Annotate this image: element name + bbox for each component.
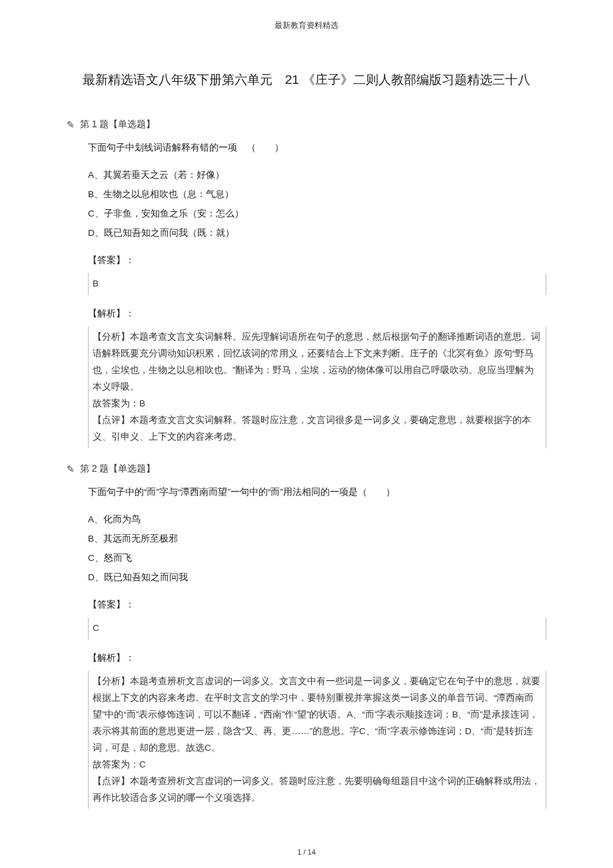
question-2-options: A、化而为鸟 B、其远而无所至极邪 C、怒而飞 D、既已知吾知之而问我 bbox=[88, 510, 546, 586]
answer-box: C bbox=[88, 618, 546, 640]
page-header: 最新教育资料精选 bbox=[67, 20, 546, 31]
question-2-header: ✎ 第 2 题【单选题】 bbox=[67, 463, 546, 475]
option-a: A、化而为鸟 bbox=[88, 510, 546, 528]
option-b: B、其远而无所至极邪 bbox=[88, 530, 546, 548]
question-1-number: 第 1 题【单选题】 bbox=[80, 119, 156, 129]
analysis-label: 【解析】： bbox=[88, 649, 546, 667]
question-2-number: 第 2 题【单选题】 bbox=[80, 463, 156, 474]
document-title: 最新精选语文八年级下册第六单元 21 《庄子》二则人教部编版习题精选三十八 bbox=[67, 71, 546, 89]
answer-label: 【答案】： bbox=[88, 596, 546, 614]
analysis-p2: 【点评】本题考查文言文实词解释。答题时应注意，文言词很多是一词多义，要确定意思，… bbox=[93, 412, 542, 446]
answer-value: B bbox=[93, 278, 99, 288]
pencil-icon: ✎ bbox=[67, 464, 75, 474]
option-a: A、其翼若垂天之云（若：好像） bbox=[88, 166, 546, 184]
option-c: C、怒而飞 bbox=[88, 549, 546, 567]
analysis-p1: 【分析】本题考查辨析文言虚词的一词多义。文言文中有一些词是一词多义，要确定它在句… bbox=[93, 673, 542, 757]
page-number: 1 / 14 bbox=[0, 848, 613, 856]
pencil-icon: ✎ bbox=[67, 119, 75, 130]
option-c: C、子非鱼，安知鱼之乐（安：怎么） bbox=[88, 205, 546, 222]
question-1-stem: 下面句子中划线词语解释有错的一项 （ ） bbox=[88, 139, 546, 157]
option-d: D、既已知吾知之而问我 bbox=[88, 568, 546, 586]
option-b: B、生物之以息相吹也（息：气息） bbox=[88, 185, 546, 203]
analysis-p2: 【点评】本题考查辨析文言虚词的一词多义。答题时应注意，先要明确每组题目中这个词的… bbox=[93, 773, 542, 807]
answer-value: C bbox=[93, 623, 99, 633]
analysis-p1: 【分析】本题考查文言文实词解释。应先理解词语所在句子的意思，然后根据句子的翻译推… bbox=[93, 329, 542, 396]
question-1-options: A、其翼若垂天之云（若：好像） B、生物之以息相吹也（息：气息） C、子非鱼，安… bbox=[88, 166, 546, 242]
analysis-box: 【分析】本题考查辨析文言虚词的一词多义。文言文中有一些词是一词多义，要确定它在句… bbox=[88, 671, 546, 809]
question-1-header: ✎ 第 1 题【单选题】 bbox=[67, 119, 546, 131]
analysis-ans: 故答案为：C bbox=[93, 757, 542, 773]
analysis-label: 【解析】： bbox=[88, 304, 546, 322]
answer-box: B bbox=[88, 273, 546, 295]
question-2-stem: 下面句子中的“而”字与“潭西南而望”一句中的“而”用法相同的一项是（ ） bbox=[88, 483, 546, 501]
option-d: D、既已知吾知之而问我（既：就） bbox=[88, 224, 546, 242]
analysis-ans: 故答案为：B bbox=[93, 396, 542, 412]
answer-label: 【答案】： bbox=[88, 251, 546, 269]
analysis-box: 【分析】本题考查文言文实词解释。应先理解词语所在句子的意思，然后根据句子的翻译推… bbox=[88, 326, 546, 448]
